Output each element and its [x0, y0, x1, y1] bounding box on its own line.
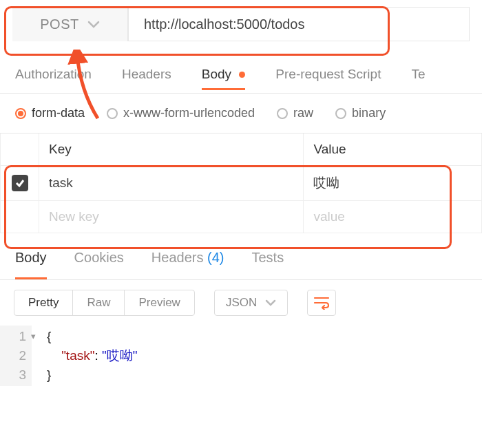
code-token-value: "哎呦" [102, 348, 138, 363]
view-pretty-button[interactable]: Pretty [14, 290, 72, 315]
response-headers-count: (4) [207, 250, 224, 265]
line-wrap-button[interactable] [307, 290, 336, 316]
code-token: } [47, 367, 51, 382]
radio-icon [15, 108, 26, 119]
code-token-colon: : [94, 348, 102, 363]
gutter-line: 1 [0, 327, 26, 346]
response-view-mode-segment: Pretty Raw Preview [14, 290, 195, 316]
http-method-select[interactable]: POST [12, 8, 128, 41]
table-header-row: Key Value [1, 134, 482, 166]
response-tab-tests[interactable]: Tests [251, 250, 284, 279]
cell-key[interactable]: task [39, 166, 304, 201]
response-format-value: JSON [226, 296, 257, 310]
cell-key-placeholder[interactable]: New key [39, 201, 304, 233]
cell-value-placeholder[interactable]: value [304, 201, 482, 233]
tab-headers[interactable]: Headers [122, 67, 171, 90]
tab-authorization[interactable]: Authorization [15, 67, 92, 90]
http-method-value: POST [40, 17, 78, 32]
gutter-line: 2 [0, 346, 26, 365]
radio-raw[interactable]: raw [277, 106, 313, 120]
code-gutter: 1 2 3 [0, 326, 32, 386]
response-body-code[interactable]: 1 2 3 { "task": "哎呦" } [0, 326, 482, 386]
url-input[interactable]: http://localhost:5000/todos [128, 8, 469, 41]
response-format-select[interactable]: JSON [214, 290, 288, 316]
code-token-key: "task" [61, 348, 94, 363]
response-tab-cookies[interactable]: Cookies [74, 250, 124, 279]
column-header-key: Key [39, 134, 304, 166]
radio-urlencoded[interactable]: x-www-form-urlencoded [107, 106, 255, 120]
view-raw-button[interactable]: Raw [72, 290, 124, 315]
tab-tests-truncated[interactable]: Te [411, 67, 425, 90]
radio-urlencoded-label: x-www-form-urlencoded [123, 106, 255, 120]
radio-binary[interactable]: binary [335, 106, 386, 120]
tab-body[interactable]: Body [202, 67, 246, 90]
gutter-line: 3 [0, 365, 26, 385]
row-checkbox[interactable] [12, 175, 28, 191]
code-source: { "task": "哎呦" } [32, 326, 138, 386]
radio-icon [277, 108, 288, 119]
table-row-placeholder[interactable]: New key value [1, 201, 482, 233]
form-data-table: Key Value task 哎呦 New key value [0, 134, 482, 233]
column-header-value: Value [304, 134, 482, 166]
radio-raw-label: raw [293, 106, 313, 120]
line-wrap-icon [313, 296, 330, 310]
tab-body-label: Body [202, 67, 231, 81]
chevron-down-icon [87, 17, 100, 32]
radio-form-data-label: form-data [32, 106, 85, 120]
radio-icon [335, 108, 346, 119]
table-row[interactable]: task 哎呦 [1, 166, 482, 201]
radio-binary-label: binary [352, 106, 386, 120]
radio-form-data[interactable]: form-data [15, 106, 85, 120]
cell-value[interactable]: 哎呦 [304, 166, 482, 201]
chevron-down-icon [265, 296, 276, 310]
tab-prerequest-script[interactable]: Pre-request Script [275, 67, 381, 90]
code-token: { [47, 329, 51, 343]
response-tab-headers[interactable]: Headers (4) [151, 250, 224, 279]
response-tab-headers-label: Headers [151, 250, 204, 265]
view-preview-button[interactable]: Preview [124, 290, 193, 315]
response-tab-body[interactable]: Body [15, 250, 47, 279]
body-modified-dot-icon [239, 72, 245, 78]
radio-icon [107, 108, 118, 119]
url-value: http://localhost:5000/todos [144, 17, 305, 32]
